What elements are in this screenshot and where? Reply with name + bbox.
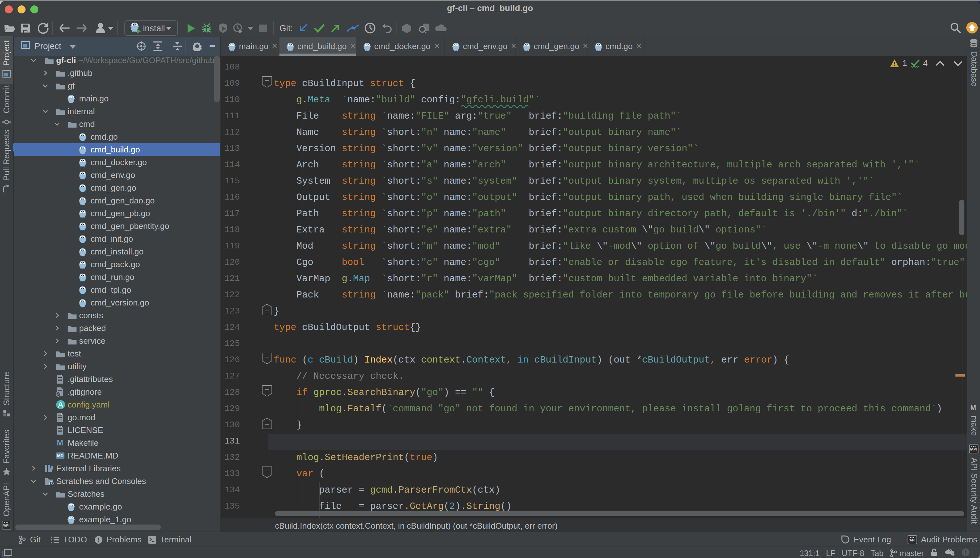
svg-text:/API: /API bbox=[3, 524, 9, 527]
svg-text:/API: /API bbox=[970, 447, 977, 451]
svg-text:/API: /API bbox=[909, 538, 915, 542]
svg-text:?: ? bbox=[949, 548, 951, 553]
svg-text:M: M bbox=[57, 438, 63, 447]
svg-text:M: M bbox=[970, 404, 976, 412]
svg-text:MD: MD bbox=[57, 453, 64, 458]
